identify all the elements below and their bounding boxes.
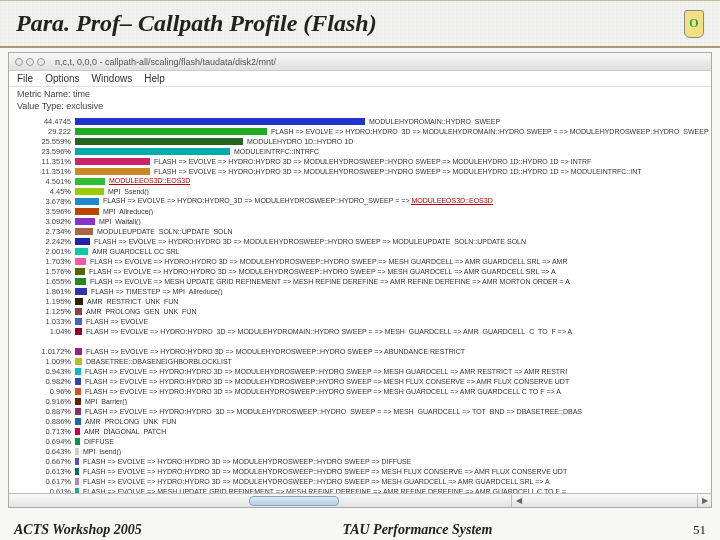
profile-row[interactable]: 0.613%FLASH => EVOLVE => HYDRO:HYDRO 3D … (9, 466, 711, 476)
profile-row[interactable]: 0.667%FLASH => EVOLVE => HYDRO:HYDRO 3D … (9, 456, 711, 466)
profile-row[interactable]: 0.617%FLASH => EVOLVE => HYDRO:HYDRO 3D … (9, 476, 711, 486)
uo-logo-icon: O (684, 10, 704, 38)
profile-row[interactable]: 1.195%AMR_RESTRICT_UNK_FUN (9, 296, 711, 306)
percent-value: 3.092% (9, 217, 75, 226)
callpath-label: MPI_Barrier() (85, 398, 711, 405)
callpath-label: FLASH => EVOLVE => HYDRO:HYDRO 3D => MOD… (89, 268, 711, 275)
page-number: 51 (693, 522, 706, 538)
percent-value: 0.943% (9, 367, 75, 376)
profile-row[interactable]: 11.351%FLASH => EVOLVE => HYDRO:HYDRO 3D… (9, 156, 711, 166)
percent-value: 1.861% (9, 287, 75, 296)
profile-row[interactable]: 0.643%MPI_Isend() (9, 446, 711, 456)
callpath-label: FLASH => EVOLVE => HYDRO:HYDRO_3D => MOD… (86, 328, 711, 335)
bar-icon (75, 118, 365, 125)
percent-value: 1.703% (9, 257, 75, 266)
profile-row[interactable]: 25.559%MODULEHYDRO 1D::HYDRO 1D (9, 136, 711, 146)
profile-row[interactable] (9, 336, 711, 346)
horizontal-scrollbar[interactable]: ◀ ▶ (9, 493, 711, 507)
profile-row[interactable]: 0.713%AMR_DIAGONAL_PATCH (9, 426, 711, 436)
profile-row[interactable]: 3.678%FLASH => EVOLVE => HYDRO:HYDRO_3D … (9, 196, 711, 206)
callpath-label: FLASH => EVOLVE => HYDRO:HYDRO 3D => MOD… (85, 388, 711, 395)
slide-title: Para. Prof– Callpath Profile (Flash) (16, 10, 377, 37)
bar-icon (75, 168, 150, 175)
profile-row[interactable]: 0.982%FLASH => EVOLVE => HYDRO:HYDRO 3D … (9, 376, 711, 386)
percent-value: 0.96% (9, 387, 75, 396)
footer-center: TAU Performance System (342, 522, 492, 538)
percent-value: 29.222 (9, 127, 75, 136)
callpath-label: MODULEINTRFC::INTRFC (234, 148, 711, 155)
bar-icon (75, 428, 80, 435)
window-titlebar: n,c,t, 0,0,0 - callpath-all/scaling/flas… (9, 53, 711, 71)
callpath-label: DBASETREE::DBASENEIGHBORBLOCKLIST (86, 358, 711, 365)
metric-name: Metric Name: time (17, 89, 703, 101)
profile-row[interactable]: 4.501%MODULEEOS3D::EOS3D (9, 176, 711, 186)
percent-value: 0.546% (9, 507, 75, 508)
profile-row[interactable]: 11.351%FLASH => EVOLVE => HYDRO:HYDRO 3D… (9, 166, 711, 176)
value-type: Value Type: exclusive (17, 101, 703, 113)
callpath-label: DIFFUSE (84, 438, 711, 445)
profile-row[interactable]: 44.4745MODULEHYDROMAIN::HYDRO_SWEEP (9, 116, 711, 126)
bar-icon (75, 458, 79, 465)
profile-row[interactable]: 29.222FLASH => EVOLVE => HYDRO:HYDRO_3D … (9, 126, 711, 136)
percent-value: 0.643% (9, 447, 75, 456)
bar-icon (75, 408, 81, 415)
profile-row[interactable]: 2.734%MODULEUPDATE_SOLN::UPDATE_SOLN (9, 226, 711, 236)
menu-file[interactable]: File (17, 73, 33, 84)
window-traffic-lights[interactable] (15, 58, 45, 66)
bar-icon (75, 388, 81, 395)
profile-row[interactable]: 1.703%FLASH => EVOLVE => HYDRO:HYDRO 3D … (9, 256, 711, 266)
profile-row[interactable]: 2.242%FLASH => EVOLVE => HYDRO:HYDRO 3D … (9, 236, 711, 246)
scrollbar-left-arrow[interactable]: ◀ (511, 495, 525, 507)
callpath-label: FLASH => EVOLVE => HYDRO:HYDRO 3D => MOD… (90, 258, 711, 265)
menu-windows[interactable]: Windows (92, 73, 133, 84)
profile-row[interactable]: 0.916%MPI_Barrier() (9, 396, 711, 406)
profile-row[interactable]: 4.45%MPI_Ssend() (9, 186, 711, 196)
profile-row[interactable]: 3.596%MPI_Allreduce() (9, 206, 711, 216)
percent-value: 0.613% (9, 467, 75, 476)
profile-row[interactable]: 1.861%FLASH => TIMESTEP => MPI_Allreduce… (9, 286, 711, 296)
profile-row[interactable]: 0.887%FLASH => EVOLVE => HYDRO:HYDRO_3D … (9, 406, 711, 416)
bar-icon (75, 248, 88, 255)
profile-row[interactable]: 1.655%FLASH => EVOLVE => MESH UPDATE GRI… (9, 276, 711, 286)
callpath-label: FLASH => TIMESTEP => MPI_Allreduce() (91, 288, 711, 295)
profile-row[interactable]: 0.943%FLASH => EVOLVE => HYDRO:HYDRO 3D … (9, 366, 711, 376)
bar-icon (75, 228, 93, 235)
profile-row[interactable]: 3.092%MPI_Waitall() (9, 216, 711, 226)
profile-row[interactable]: 1.04%FLASH => EVOLVE => HYDRO:HYDRO_3D =… (9, 326, 711, 336)
scrollbar-thumb[interactable] (249, 496, 339, 506)
bar-icon (75, 368, 81, 375)
bar-icon (75, 378, 81, 385)
callpath-label: FLASH => EVOLVE => HYDRO:HYDRO 3D => MOD… (85, 378, 711, 385)
profile-row[interactable]: 1.125%AMR_PROLONG_GEN_UNK_FUN (9, 306, 711, 316)
profile-row[interactable]: 1.009%DBASETREE::DBASENEIGHBORBLOCKLIST (9, 356, 711, 366)
percent-value: 1.0172% (9, 347, 75, 356)
profile-row[interactable]: 1.033%FLASH => EVOLVE (9, 316, 711, 326)
bar-icon (75, 258, 86, 265)
profile-row[interactable]: 1.0172%FLASH => EVOLVE => HYDRO:HYDRO 3D… (9, 346, 711, 356)
bar-icon (75, 158, 150, 165)
profile-row[interactable]: 0.694%DIFFUSE (9, 436, 711, 446)
profile-row[interactable]: 23.596%MODULEINTRFC::INTRFC (9, 146, 711, 156)
callpath-label: FLASH => EVOLVE => MESH UPDATE GRID REFI… (90, 278, 711, 285)
bar-icon (75, 178, 105, 185)
bar-icon (75, 268, 85, 275)
percent-value: 0.982% (9, 377, 75, 386)
percent-value: 0.916% (9, 397, 75, 406)
bar-icon (75, 188, 104, 195)
percent-value: 44.4745 (9, 117, 75, 126)
profile-row[interactable]: 2.001%AMR GUARDCELL CC SRL (9, 246, 711, 256)
callpath-label: MPI_Waitall() (99, 218, 711, 225)
bar-icon (75, 278, 86, 285)
profile-row[interactable]: 1.576%FLASH => EVOLVE => HYDRO:HYDRO 3D … (9, 266, 711, 276)
profile-row[interactable]: 0.886%AMR_PROLONG_UNK_FUN (9, 416, 711, 426)
scrollbar-right-arrow[interactable]: ▶ (697, 495, 711, 507)
menu-options[interactable]: Options (45, 73, 79, 84)
callpath-label: FLASH => EVOLVE => HYDRO:HYDRO 3D => MOD… (154, 158, 711, 165)
paraprof-window: n,c,t, 0,0,0 - callpath-all/scaling/flas… (8, 52, 712, 508)
menu-help[interactable]: Help (144, 73, 165, 84)
callpath-label: MPI_Isend() (83, 448, 711, 455)
bar-icon (75, 448, 79, 455)
profile-row[interactable]: 0.96%FLASH => EVOLVE => HYDRO:HYDRO 3D =… (9, 386, 711, 396)
bar-icon (75, 468, 79, 475)
percent-value: 0.694% (9, 437, 75, 446)
